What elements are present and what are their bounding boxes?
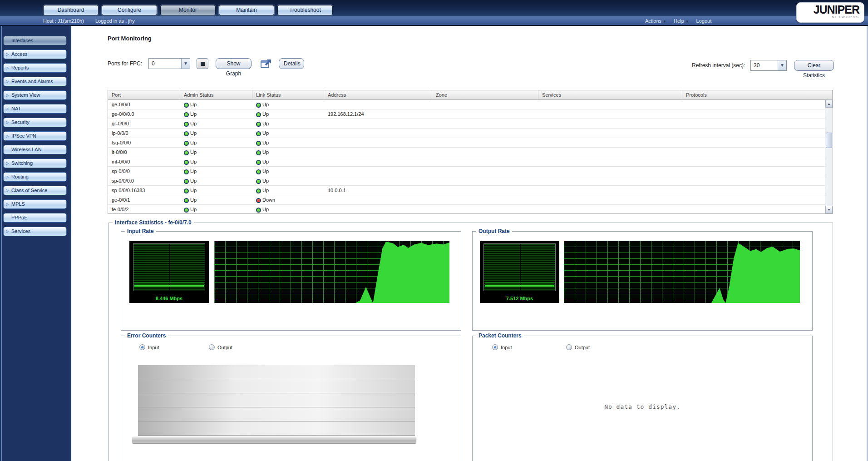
actions-menu[interactable]: Actions▼	[645, 18, 666, 24]
tab-configure[interactable]: Configure	[102, 5, 157, 15]
cell-protocols	[682, 148, 825, 157]
error-counters-fieldset: Error Counters Input Output	[121, 336, 461, 461]
admin-status-cell: Up	[180, 100, 252, 109]
cell-services	[538, 167, 682, 176]
tab-maintain[interactable]: Maintain	[219, 5, 274, 15]
error-output-radio[interactable]: Output	[209, 344, 232, 350]
table-body: ge-0/0/0UpUpge-0/0/0.0UpUp192.168.12.1/2…	[108, 100, 825, 213]
show-graph-button[interactable]: Show Graph	[216, 58, 252, 69]
table-row-gr-0/0/0[interactable]: gr-0/0/0UpUp	[108, 119, 825, 129]
admin-status-cell: Up	[180, 129, 252, 138]
packet-input-radio[interactable]: Input	[492, 344, 512, 350]
fpc-dropdown-button[interactable]: ▼	[181, 59, 190, 69]
cell-protocols	[682, 167, 825, 176]
sidebar-item-access[interactable]: ▷Access	[3, 50, 67, 59]
output-rate-value: 7.512 Mbps	[480, 296, 559, 301]
table-row-sp-0/0/0.16383[interactable]: sp-0/0/0.16383UpUp10.0.0.1	[108, 186, 825, 195]
error-input-radio[interactable]: Input	[139, 344, 159, 350]
fpc-dropdown[interactable]: 0 ▼	[148, 58, 190, 69]
column-header-zone[interactable]: Zone	[432, 90, 538, 99]
column-header-link-status[interactable]: Link Status	[252, 90, 324, 99]
sidebar-item-label: IPSec VPN	[11, 133, 36, 139]
table-row-ge-0/0/0[interactable]: ge-0/0/0UpUp	[108, 100, 825, 109]
table-row-sp-0/0/0[interactable]: sp-0/0/0UpUp	[108, 167, 825, 176]
expand-arrow-icon: ▷	[6, 104, 9, 113]
sidebar-item-services[interactable]: ▷Services	[3, 227, 67, 236]
radio-selected-icon	[139, 344, 145, 350]
status-up-icon	[184, 188, 189, 193]
scrollbar-thumb[interactable]	[826, 133, 832, 148]
cell-protocols	[682, 138, 825, 147]
sidebar-item-label: PPPoE	[11, 215, 27, 220]
sidebar-item-nat[interactable]: ▷NAT	[3, 104, 67, 114]
table-row-fe-0/0/2[interactable]: fe-0/0/2UpUp	[108, 205, 825, 213]
column-header-protocols[interactable]: Protocols	[682, 90, 833, 99]
tab-monitor[interactable]: Monitor	[160, 5, 216, 15]
output-rate-chart	[564, 241, 800, 303]
sidebar-item-ipsec-vpn[interactable]: ▷IPSec VPN	[3, 131, 67, 141]
table-row-lsq-0/0/0[interactable]: lsq-0/0/0UpUp	[108, 138, 825, 148]
admin-status-cell: Up	[180, 138, 252, 147]
sidebar-item-mpls[interactable]: ▷MPLS	[3, 199, 67, 209]
chevron-down-icon: ▼	[686, 20, 689, 24]
table-row-ge-0/0/0.0[interactable]: ge-0/0/0.0UpUp192.168.12.1/24	[108, 109, 825, 119]
table-row-lt-0/0/0[interactable]: lt-0/0/0UpUp	[108, 148, 825, 157]
cell-services	[538, 109, 682, 119]
popout-window-icon[interactable]	[260, 57, 273, 70]
expand-arrow-icon: ▷	[6, 200, 9, 208]
sidebar-item-system-view[interactable]: ▷System View	[3, 90, 67, 100]
cell-address	[324, 129, 432, 138]
refresh-dropdown-button[interactable]: ▼	[778, 60, 786, 70]
input-rate-chart	[214, 241, 449, 303]
cell-port: sp-0/0/0	[108, 167, 180, 176]
details-button[interactable]: Details	[279, 58, 304, 69]
sidebar-item-reports[interactable]: ▷Reports	[3, 63, 67, 73]
refresh-interval-dropdown[interactable]: 30 ▼	[750, 60, 787, 71]
error-counters-legend: Error Counters	[125, 332, 168, 339]
cell-services	[538, 138, 682, 147]
sidebar-item-switching[interactable]: ▷Switching	[3, 159, 67, 168]
sidebar-item-pppoe[interactable]: PPPoE	[3, 213, 67, 223]
stop-icon	[201, 62, 205, 66]
packet-output-radio[interactable]: Output	[566, 344, 590, 350]
scroll-down-arrow-icon[interactable]: ▼	[825, 206, 833, 213]
cell-port: fe-0/0/2	[108, 205, 180, 213]
column-header-address[interactable]: Address	[324, 90, 432, 99]
column-header-port[interactable]: Port	[108, 90, 180, 99]
cell-port: ge-0/0/0.0	[108, 109, 180, 119]
cell-zone	[432, 119, 538, 128]
table-row-ip-0/0/0[interactable]: ip-0/0/0UpUp	[108, 129, 825, 138]
cell-address	[324, 138, 432, 147]
help-menu[interactable]: Help▼	[674, 18, 689, 24]
expand-arrow-icon: ▷	[6, 173, 9, 181]
sidebar-item-wireless-lan[interactable]: Wireless LAN	[3, 145, 67, 154]
table-row-sp-0/0/0.0[interactable]: sp-0/0/0.0UpUp	[108, 176, 825, 186]
cell-services	[538, 148, 682, 157]
column-header-services[interactable]: Services	[538, 90, 682, 99]
cell-zone	[432, 186, 538, 195]
table-row-mt-0/0/0[interactable]: mt-0/0/0UpUp	[108, 157, 825, 167]
table-row-ge-0/0/1[interactable]: ge-0/0/1UpDown	[108, 195, 825, 205]
sidebar-item-interfaces[interactable]: Interfaces	[3, 36, 67, 45]
packet-counters-radios: Input Output	[473, 344, 812, 352]
status-up-icon	[256, 179, 261, 184]
login-label: Logged in as : jfry	[95, 18, 135, 24]
sidebar-item-events-and-alarms[interactable]: ▷Events and Alarms	[3, 77, 67, 86]
logout-link[interactable]: Logout	[696, 18, 712, 24]
tab-dashboard[interactable]: Dashboard	[43, 5, 99, 15]
column-header-admin-status[interactable]: Admin Status	[180, 90, 252, 99]
link-status-cell: Up	[252, 109, 324, 119]
sidebar-item-routing[interactable]: ▷Routing	[3, 172, 67, 182]
table-scrollbar[interactable]: ▲ ▼	[825, 100, 833, 213]
cell-port: gr-0/0/0	[108, 119, 180, 128]
stop-refresh-button[interactable]	[197, 58, 208, 69]
cell-zone	[432, 109, 538, 119]
status-up-icon	[184, 131, 189, 136]
interface-statistics-legend: Interface Statistics - fe-0/0/7.0	[113, 219, 194, 226]
scroll-up-arrow-icon[interactable]: ▲	[825, 100, 833, 108]
sidebar-item-class-of-service[interactable]: ▷Class of Service	[3, 186, 67, 195]
sidebar-item-security[interactable]: ▷Security	[3, 118, 67, 127]
cell-zone	[432, 176, 538, 185]
tab-troubleshoot[interactable]: Troubleshoot	[277, 5, 333, 15]
clear-statistics-button[interactable]: Clear Statistics	[794, 60, 834, 71]
